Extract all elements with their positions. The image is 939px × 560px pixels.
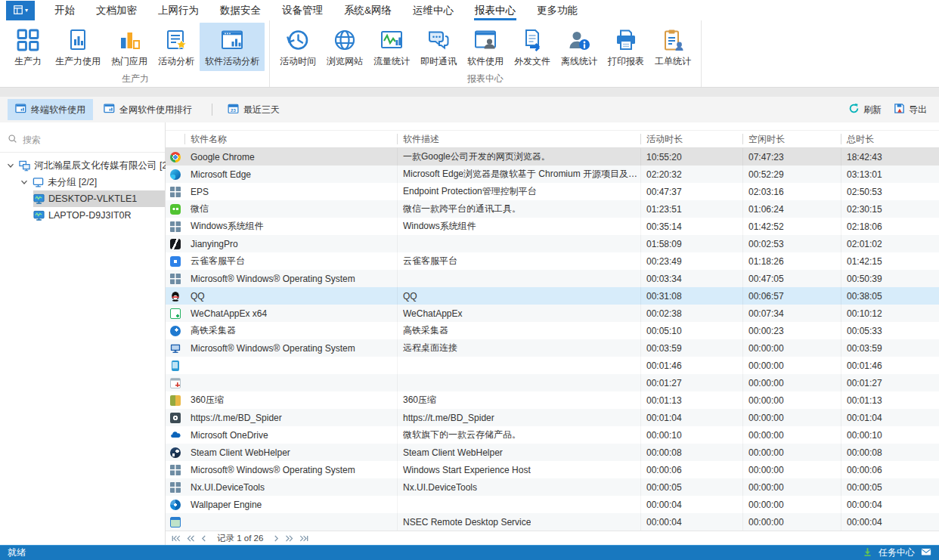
app-icon-cell — [166, 305, 184, 322]
ribbon-group-label: 报表中心 — [270, 73, 701, 85]
menu-item-system-network[interactable]: 系统&网络 — [333, 0, 402, 20]
software-desc-cell: https://t.me/BD_Spider — [397, 409, 640, 426]
ribbon-item-productivity[interactable]: 生产力 — [6, 23, 50, 71]
tab-terminal-software-usage[interactable]: 终端软件使用 — [8, 99, 93, 120]
table-row[interactable]: QQQQ00:31:0800:06:5700:38:05 — [166, 287, 939, 305]
ribbon-item-print-reports[interactable]: 打印报表 — [603, 23, 649, 71]
tree-node-laptop-d9j3it0r[interactable]: LAPTOP-D9J3IT0R — [0, 207, 165, 224]
menu-item-doc-encryption[interactable]: 文档加密 — [85, 0, 147, 20]
refresh-label: 刷新 — [863, 104, 882, 116]
total-duration-cell-text: 00:38:05 — [847, 291, 882, 302]
table-row[interactable]: Wallpaper Engine00:00:0400:00:0000:00:04 — [166, 496, 939, 513]
column-header-3[interactable]: 活动时长 — [640, 131, 742, 147]
ribbon-item-work-order-stats[interactable]: 工单统计 — [649, 23, 696, 71]
app-menu-button[interactable]: ▾ — [6, 1, 35, 20]
fast-next-button[interactable] — [285, 535, 293, 542]
ribbon-item-offline-stats[interactable]: 离线统计 — [556, 23, 603, 71]
menu-item-ops-center[interactable]: 运维中心 — [402, 0, 464, 20]
chevron-down-icon[interactable] — [20, 178, 29, 186]
table-row[interactable]: Microsoft® Windows® Operating System远程桌面… — [166, 339, 939, 357]
ribbon-item-hot-apps[interactable]: 热门应用 — [106, 23, 153, 71]
ribbon-item-traffic-stats[interactable]: 流量统计 — [368, 23, 415, 71]
active-duration-cell: 00:01:27 — [640, 374, 742, 391]
table-row[interactable]: 微信微信一款跨平台的通讯工具。01:23:5101:06:2402:30:15 — [166, 200, 939, 218]
active-duration-cell-text: 00:02:38 — [646, 308, 682, 319]
table-row[interactable]: Steam Client WebHelperSteam Client WebHe… — [166, 444, 939, 461]
menu-item-data-security[interactable]: 数据安全 — [209, 0, 271, 20]
mail-icon[interactable] — [921, 546, 931, 559]
search-input[interactable] — [23, 135, 157, 145]
software-desc-cell: 微软旗下的一款云存储产品。 — [397, 426, 640, 444]
table-row[interactable]: Google Chrome一款Google公司开发的网页浏览器。10:55:20… — [166, 148, 939, 166]
table-row[interactable]: Microsoft® Windows® Operating SystemWind… — [166, 461, 939, 478]
column-header-5[interactable]: 总时长 — [841, 131, 939, 147]
table-row[interactable]: 00:01:2700:00:0000:01:27 — [166, 374, 939, 391]
table-row[interactable]: WeChatAppEx x64WeChatAppEx00:02:3800:07:… — [166, 305, 939, 322]
chevron-down-icon[interactable] — [6, 162, 15, 169]
total-duration-cell: 18:42:43 — [841, 148, 939, 166]
fast-prev-button[interactable] — [187, 535, 195, 542]
table-row[interactable]: NSEC Remote Desktop Service00:00:0400:00… — [166, 513, 939, 531]
ribbon-item-instant-messaging[interactable]: 即时通讯 — [415, 23, 462, 71]
table-row[interactable]: Microsoft EdgeMicrosoft Edge浏览器是微软基于 Chr… — [166, 166, 939, 183]
table-row[interactable]: 360压缩360压缩00:01:1300:00:0000:01:13 — [166, 391, 939, 409]
table-row[interactable]: 00:01:4600:00:0000:01:46 — [166, 357, 939, 374]
ribbon-item-outgoing-files[interactable]: 外发文件 — [509, 23, 556, 71]
total-duration-cell: 00:01:13 — [841, 391, 939, 409]
ribbon-item-activity-analysis[interactable]: 活动分析 — [153, 23, 200, 71]
software-name-cell-text: QQ — [191, 291, 205, 302]
refresh-button[interactable]: 刷新 — [848, 103, 882, 116]
tree-node-desktop-vlktle1[interactable]: DESKTOP-VLKTLE1 — [0, 190, 165, 207]
ribbon-item-software-usage[interactable]: 软件使用 — [462, 23, 509, 71]
next-page-button[interactable] — [274, 535, 279, 542]
app-icon-cell — [166, 252, 184, 270]
column-header-1[interactable]: 软件名称 — [184, 131, 397, 147]
ribbon-item-label: 外发文件 — [514, 55, 550, 68]
toolbar: 终端软件使用全网软件使用排行 23 最近三天 刷新导出 — [0, 97, 939, 122]
total-duration-cell: 02:30:15 — [841, 200, 939, 218]
menu-item-web-behavior[interactable]: 上网行为 — [147, 0, 209, 20]
column-header-2[interactable]: 软件描述 — [397, 131, 640, 147]
software-desc-cell — [397, 235, 640, 252]
ribbon-item-software-activity-analysis[interactable]: 软件活动分析 — [200, 23, 265, 71]
ribbon-item-browse-websites[interactable]: 浏览网站 — [321, 23, 368, 71]
ribbon-item-label: 生产力使用 — [55, 55, 101, 68]
tree-node-inner: LAPTOP-D9J3IT0R — [33, 207, 165, 224]
idle-duration-cell: 01:18:26 — [742, 252, 841, 270]
nsec-icon — [170, 517, 181, 528]
menu-item-start[interactable]: 开始 — [44, 0, 85, 20]
table-row[interactable]: Windows系统组件Windows系统组件00:35:1401:42:5202… — [166, 218, 939, 235]
doc-chart-icon — [65, 27, 91, 53]
table-row[interactable]: EPSEndpoint Protection管理控制平台00:47:3702:0… — [166, 183, 939, 200]
active-duration-cell: 02:20:32 — [640, 166, 742, 183]
ribbon-item-activity-time[interactable]: 活动时间 — [274, 23, 321, 71]
software-name-cell: Microsoft Edge — [184, 166, 397, 183]
table-row[interactable]: 高铁采集器高铁采集器00:05:1000:00:2300:05:33 — [166, 322, 939, 339]
tree-node-ungrouped-node[interactable]: 未分组 [2/2] — [0, 174, 165, 190]
search-icon — [8, 134, 17, 146]
first-page-button[interactable] — [172, 535, 181, 542]
menu-item-report-center[interactable]: 报表中心 — [464, 0, 526, 20]
table-row[interactable]: JianyingPro01:58:0900:02:5302:01:02 — [166, 235, 939, 252]
table-row[interactable]: 云雀客服平台云雀客服平台00:23:4901:18:2601:42:15 — [166, 252, 939, 270]
active-duration-cell: 00:05:10 — [640, 322, 742, 339]
idle-duration-cell-text: 00:06:57 — [748, 291, 784, 302]
menu-item-more-features[interactable]: 更多功能 — [526, 0, 588, 20]
svg-text:23: 23 — [231, 107, 236, 113]
table-row[interactable]: https://t.me/BD_Spiderhttps://t.me/BD_Sp… — [166, 409, 939, 426]
column-header-4[interactable]: 空闲时长 — [742, 131, 841, 147]
table-row[interactable]: Microsoft OneDrive微软旗下的一款云存储产品。00:00:100… — [166, 426, 939, 444]
last-page-button[interactable] — [299, 535, 308, 542]
tree-node-company-node[interactable]: 河北瀚星辰文化传媒有限公司 [2/2] — [0, 157, 165, 174]
tab-network-software-ranking[interactable]: 全网软件使用排行 — [96, 99, 200, 120]
table-row[interactable]: Nx.UI.DeviceToolsNx.UI.DeviceTools00:00:… — [166, 478, 939, 496]
task-center-button[interactable]: 任务中心 — [879, 546, 915, 559]
active-duration-cell: 00:01:46 — [640, 357, 742, 374]
table-row[interactable]: Microsoft® Windows® Operating System00:0… — [166, 270, 939, 287]
menu-item-device-mgmt[interactable]: 设备管理 — [271, 0, 333, 20]
column-icon — [166, 131, 184, 147]
date-filter-last-three-days[interactable]: 23 最近三天 — [222, 99, 286, 120]
export-button[interactable]: 导出 — [894, 103, 927, 116]
ribbon-item-productivity-usage[interactable]: 生产力使用 — [50, 23, 106, 71]
prev-page-button[interactable] — [201, 535, 206, 542]
